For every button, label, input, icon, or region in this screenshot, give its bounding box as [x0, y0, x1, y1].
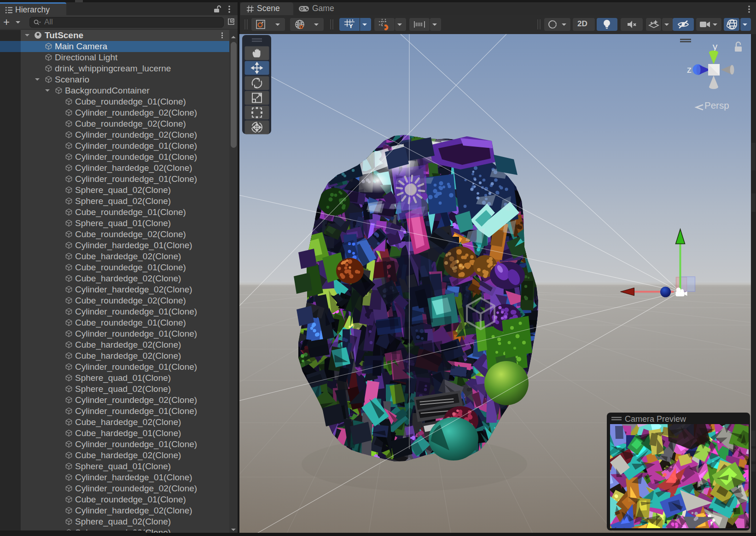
svg-text:z: z: [687, 64, 692, 75]
svg-text:y: y: [713, 41, 718, 52]
svg-text:Camera Preview: Camera Preview: [625, 414, 686, 424]
svg-text:Persp: Persp: [704, 100, 729, 111]
svg-text:Y: Y: [349, 23, 353, 29]
